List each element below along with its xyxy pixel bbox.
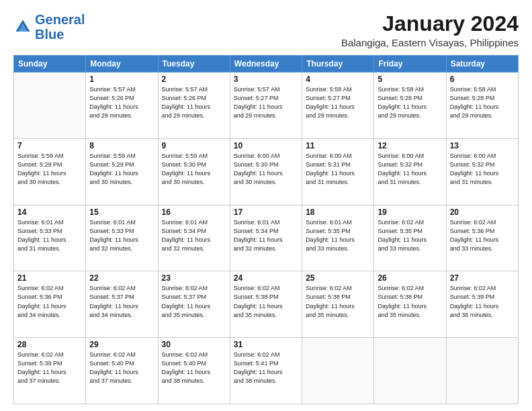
day-info: Sunrise: 6:02 AM Sunset: 5:37 PM Dayligh…	[162, 284, 226, 319]
day-cell-13: 13Sunrise: 6:00 AM Sunset: 5:32 PM Dayli…	[446, 138, 518, 205]
day-cell-6: 6Sunrise: 5:58 AM Sunset: 5:28 PM Daylig…	[446, 73, 518, 139]
day-info: Sunrise: 6:02 AM Sunset: 5:36 PM Dayligh…	[450, 218, 515, 253]
day-info: Sunrise: 5:58 AM Sunset: 5:28 PM Dayligh…	[450, 85, 515, 120]
day-cell-11: 11Sunrise: 6:00 AM Sunset: 5:31 PM Dayli…	[302, 138, 374, 205]
day-info: Sunrise: 5:57 AM Sunset: 5:26 PM Dayligh…	[162, 85, 226, 120]
day-info: Sunrise: 5:57 AM Sunset: 5:27 PM Dayligh…	[234, 85, 298, 120]
week-row-3: 21Sunrise: 6:02 AM Sunset: 5:36 PM Dayli…	[14, 271, 519, 338]
day-cell-18: 18Sunrise: 6:01 AM Sunset: 5:35 PM Dayli…	[302, 205, 374, 271]
day-info: Sunrise: 6:02 AM Sunset: 5:40 PM Dayligh…	[89, 351, 154, 385]
day-number: 5	[378, 75, 442, 84]
empty-cell	[446, 338, 518, 404]
day-number: 26	[378, 273, 442, 283]
day-cell-31: 31Sunrise: 6:02 AM Sunset: 5:41 PM Dayli…	[230, 338, 302, 404]
day-info: Sunrise: 5:58 AM Sunset: 5:28 PM Dayligh…	[378, 85, 442, 120]
day-info: Sunrise: 6:02 AM Sunset: 5:38 PM Dayligh…	[306, 284, 370, 319]
day-number: 1	[89, 75, 154, 84]
day-number: 4	[306, 75, 370, 84]
day-info: Sunrise: 6:02 AM Sunset: 5:36 PM Dayligh…	[17, 284, 82, 319]
weekday-header-friday: Friday	[374, 56, 446, 73]
day-cell-22: 22Sunrise: 6:02 AM Sunset: 5:37 PM Dayli…	[86, 271, 158, 338]
day-cell-8: 8Sunrise: 5:59 AM Sunset: 5:29 PM Daylig…	[86, 138, 158, 205]
day-info: Sunrise: 5:59 AM Sunset: 5:29 PM Dayligh…	[89, 152, 154, 187]
calendar: SundayMondayTuesdayWednesdayThursdayFrid…	[13, 55, 519, 404]
day-info: Sunrise: 6:00 AM Sunset: 5:32 PM Dayligh…	[450, 152, 515, 187]
day-info: Sunrise: 6:01 AM Sunset: 5:34 PM Dayligh…	[162, 218, 226, 253]
day-cell-19: 19Sunrise: 6:02 AM Sunset: 5:35 PM Dayli…	[374, 205, 446, 271]
day-info: Sunrise: 6:02 AM Sunset: 5:39 PM Dayligh…	[17, 351, 82, 385]
day-cell-5: 5Sunrise: 5:58 AM Sunset: 5:28 PM Daylig…	[374, 73, 446, 139]
title-block: January 2024 Balangiga, Eastern Visayas,…	[341, 12, 519, 48]
day-number: 15	[89, 208, 154, 217]
day-number: 30	[162, 340, 226, 349]
day-info: Sunrise: 5:57 AM Sunset: 5:26 PM Dayligh…	[89, 85, 154, 120]
day-number: 28	[17, 340, 82, 349]
week-row-1: 7Sunrise: 5:59 AM Sunset: 5:29 PM Daylig…	[14, 138, 519, 205]
day-info: Sunrise: 6:02 AM Sunset: 5:38 PM Dayligh…	[378, 284, 442, 319]
day-info: Sunrise: 6:00 AM Sunset: 5:30 PM Dayligh…	[234, 152, 298, 187]
day-cell-25: 25Sunrise: 6:02 AM Sunset: 5:38 PM Dayli…	[302, 271, 374, 338]
day-info: Sunrise: 6:02 AM Sunset: 5:35 PM Dayligh…	[378, 218, 442, 253]
day-cell-7: 7Sunrise: 5:59 AM Sunset: 5:29 PM Daylig…	[14, 138, 86, 205]
day-number: 19	[378, 208, 442, 217]
day-info: Sunrise: 5:59 AM Sunset: 5:30 PM Dayligh…	[162, 152, 226, 187]
day-number: 9	[162, 141, 226, 150]
logo-line2: Blue	[35, 27, 64, 42]
day-number: 29	[89, 340, 154, 349]
day-number: 8	[89, 141, 154, 150]
day-info: Sunrise: 6:01 AM Sunset: 5:34 PM Dayligh…	[234, 218, 298, 253]
day-number: 17	[234, 208, 298, 217]
day-number: 22	[89, 273, 154, 283]
day-number: 20	[450, 208, 515, 217]
day-number: 6	[450, 75, 515, 84]
empty-cell	[374, 338, 446, 404]
day-cell-14: 14Sunrise: 6:01 AM Sunset: 5:33 PM Dayli…	[14, 205, 86, 271]
day-number: 14	[17, 208, 82, 217]
logo-line1: General	[35, 12, 85, 27]
day-info: Sunrise: 6:02 AM Sunset: 5:38 PM Dayligh…	[234, 284, 298, 319]
day-number: 18	[306, 208, 370, 217]
day-cell-30: 30Sunrise: 6:02 AM Sunset: 5:40 PM Dayli…	[158, 338, 230, 404]
day-cell-3: 3Sunrise: 5:57 AM Sunset: 5:27 PM Daylig…	[230, 73, 302, 139]
day-number: 31	[234, 340, 298, 349]
logo-icon	[13, 17, 32, 36]
day-number: 21	[17, 273, 82, 283]
page: General Blue January 2024 Balangiga, Eas…	[0, 0, 532, 411]
day-number: 27	[450, 273, 515, 283]
day-number: 10	[234, 141, 298, 150]
header: General Blue January 2024 Balangiga, Eas…	[13, 12, 519, 48]
day-number: 23	[162, 273, 226, 283]
weekday-header-monday: Monday	[86, 56, 158, 73]
day-info: Sunrise: 6:00 AM Sunset: 5:31 PM Dayligh…	[306, 152, 370, 187]
logo: General Blue	[13, 12, 85, 42]
logo-text: General Blue	[35, 12, 85, 42]
day-info: Sunrise: 6:02 AM Sunset: 5:39 PM Dayligh…	[450, 284, 515, 319]
location: Balangiga, Eastern Visayas, Philippines	[341, 37, 519, 48]
weekday-header-sunday: Sunday	[14, 56, 86, 73]
day-info: Sunrise: 6:00 AM Sunset: 5:32 PM Dayligh…	[378, 152, 442, 187]
day-info: Sunrise: 6:02 AM Sunset: 5:40 PM Dayligh…	[162, 351, 226, 385]
day-cell-9: 9Sunrise: 5:59 AM Sunset: 5:30 PM Daylig…	[158, 138, 230, 205]
day-cell-26: 26Sunrise: 6:02 AM Sunset: 5:38 PM Dayli…	[374, 271, 446, 338]
day-number: 16	[162, 208, 226, 217]
day-cell-12: 12Sunrise: 6:00 AM Sunset: 5:32 PM Dayli…	[374, 138, 446, 205]
day-cell-10: 10Sunrise: 6:00 AM Sunset: 5:30 PM Dayli…	[230, 138, 302, 205]
day-number: 11	[306, 141, 370, 150]
weekday-header-tuesday: Tuesday	[158, 56, 230, 73]
day-cell-4: 4Sunrise: 5:58 AM Sunset: 5:27 PM Daylig…	[302, 73, 374, 139]
day-info: Sunrise: 6:02 AM Sunset: 5:37 PM Dayligh…	[89, 284, 154, 319]
day-info: Sunrise: 6:02 AM Sunset: 5:41 PM Dayligh…	[234, 351, 298, 385]
day-number: 25	[306, 273, 370, 283]
day-cell-24: 24Sunrise: 6:02 AM Sunset: 5:38 PM Dayli…	[230, 271, 302, 338]
day-cell-17: 17Sunrise: 6:01 AM Sunset: 5:34 PM Dayli…	[230, 205, 302, 271]
empty-cell	[302, 338, 374, 404]
week-row-0: 1Sunrise: 5:57 AM Sunset: 5:26 PM Daylig…	[14, 73, 519, 139]
week-row-2: 14Sunrise: 6:01 AM Sunset: 5:33 PM Dayli…	[14, 205, 519, 271]
day-number: 13	[450, 141, 515, 150]
weekday-header-wednesday: Wednesday	[230, 56, 302, 73]
day-info: Sunrise: 5:58 AM Sunset: 5:27 PM Dayligh…	[306, 85, 370, 120]
day-cell-20: 20Sunrise: 6:02 AM Sunset: 5:36 PM Dayli…	[446, 205, 518, 271]
day-number: 24	[234, 273, 298, 283]
weekday-header-row: SundayMondayTuesdayWednesdayThursdayFrid…	[14, 56, 519, 73]
week-row-4: 28Sunrise: 6:02 AM Sunset: 5:39 PM Dayli…	[14, 338, 519, 404]
